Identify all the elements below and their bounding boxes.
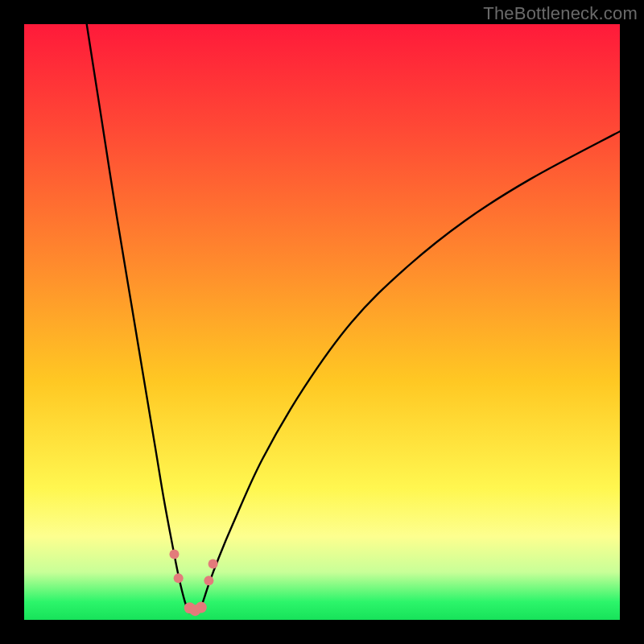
marker-group (169, 550, 217, 617)
marker-point (196, 601, 207, 613)
curve-left-branch (87, 24, 189, 613)
curve-layer (24, 24, 620, 620)
marker-point (208, 559, 218, 568)
chart-frame: TheBottleneck.com (0, 0, 644, 644)
watermark-text: TheBottleneck.com (483, 3, 638, 24)
marker-point (169, 550, 179, 559)
marker-point (174, 573, 184, 583)
curve-right-branch (199, 131, 620, 613)
marker-point (204, 576, 213, 585)
plot-area (24, 24, 620, 620)
